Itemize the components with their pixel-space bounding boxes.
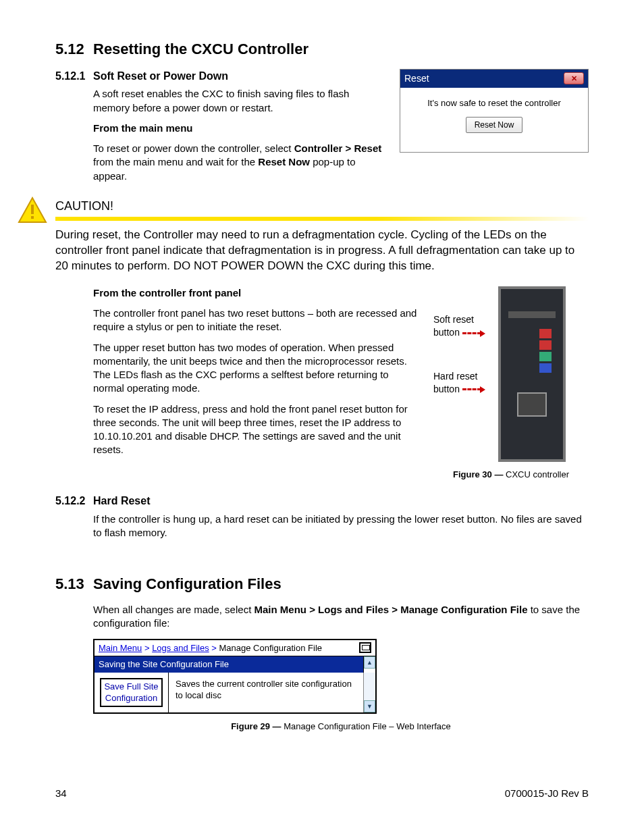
close-icon[interactable]: ✕ [564, 72, 584, 84]
subsection-heading-5121: 5.12.1Soft Reset or Power Down [55, 69, 386, 84]
run-in-heading: From the main menu [93, 122, 386, 135]
svg-rect-2 [31, 216, 34, 219]
body-text: To reset the IP address, press and hold … [93, 402, 421, 457]
page-number: 34 [55, 787, 67, 800]
arrow-icon [462, 388, 481, 390]
document-id: 0700015-J0 Rev B [505, 787, 589, 800]
breadcrumb-logs-files[interactable]: Logs and Files [152, 643, 209, 653]
dialog-titlebar: Reset ✕ [400, 70, 588, 88]
text: from the main menu and wait for the [93, 156, 258, 167]
body-text: A soft reset enables the CXC to finish s… [93, 87, 386, 115]
figure-title: Manage Configuration File – Web Interfac… [281, 721, 451, 731]
dialog-message: It's now safe to reset the controller [406, 97, 583, 109]
text: To reset or power down the controller, s… [93, 142, 294, 154]
caution-bar [55, 217, 589, 221]
controller-image [498, 286, 566, 462]
scroll-down-button[interactable]: ▼ [364, 700, 375, 712]
figure-number: Figure 30 — [453, 469, 503, 479]
section-heading-512: 5.12Resetting the CXCU Controller [55, 39, 589, 59]
caution-heading: CAUTION! [55, 198, 589, 214]
subsection-number: 5.12.1 [55, 69, 93, 84]
figure-title: CXCU controller [503, 469, 569, 479]
menu-path: Main Menu > Logs and Files > Manage Conf… [254, 604, 527, 615]
body-text: To reset or power down the controller, s… [93, 142, 386, 183]
callout-soft-reset: Soft reset button [433, 313, 491, 339]
body-text: The upper reset button has two modes of … [93, 341, 421, 396]
svg-rect-1 [31, 205, 34, 214]
figure-number: Figure 29 — [231, 721, 281, 731]
separator: > [142, 643, 152, 653]
keyboard-icon[interactable] [359, 642, 371, 653]
body-text: If the controller is hung up, a hard res… [93, 513, 589, 540]
subsection-title: Soft Reset or Power Down [93, 70, 228, 82]
callout-hard-reset: Hard reset button [433, 370, 491, 396]
subsection-number: 5.12.2 [55, 494, 93, 509]
arrow-icon [462, 332, 481, 334]
breadcrumb-main-menu[interactable]: Main Menu [99, 643, 142, 653]
body-text: When all changes are made, select Main M… [93, 603, 589, 631]
caution-block: CAUTION! During reset, the Controller ma… [18, 198, 589, 274]
subsection-title: Hard Reset [93, 495, 150, 506]
section-title: Resetting the CXCU Controller [93, 41, 308, 57]
scroll-up-button[interactable]: ▲ [364, 656, 375, 669]
separator: > [209, 643, 219, 653]
figure-30-caption: Figure 30 — CXCU controller [433, 469, 589, 481]
menu-path: Controller > Reset [294, 142, 382, 154]
section-number: 5.12 [55, 39, 93, 59]
section-bar: Saving the Site Configuration File [95, 656, 363, 673]
run-in-heading: From the controller front panel [93, 286, 421, 300]
section-number: 5.13 [55, 574, 93, 594]
caution-text: During reset, the Controller may need to… [55, 228, 589, 274]
subsection-heading-5122: 5.12.2Hard Reset [55, 494, 589, 509]
save-full-site-config-button[interactable]: Save Full Site Configuration [100, 678, 163, 707]
section-title: Saving Configuration Files [93, 575, 281, 592]
reset-now-button[interactable]: Reset Now [466, 117, 523, 133]
page-footer: 34 0700015-J0 Rev B [55, 787, 589, 800]
dialog-title: Reset [404, 72, 429, 85]
scrollbar-track[interactable] [364, 673, 375, 700]
breadcrumb-current: Manage Configuration File [219, 643, 322, 653]
section-heading-513: 5.13Saving Configuration Files [55, 574, 589, 594]
warning-icon [18, 197, 47, 224]
body-text: The controller front panel has two reset… [93, 307, 421, 334]
button-name: Reset Now [258, 156, 310, 167]
breadcrumb: Main Menu > Logs and Files > Manage Conf… [95, 640, 375, 657]
reset-dialog: Reset ✕ It's now safe to reset the contr… [400, 69, 589, 153]
text: When all changes are made, select [93, 604, 254, 615]
manage-config-window: Main Menu > Logs and Files > Manage Conf… [93, 639, 377, 714]
figure-29-caption: Figure 29 — Manage Configuration File – … [93, 721, 589, 733]
controller-figure: Soft reset button Hard reset button [433, 286, 589, 462]
button-description: Saves the current controller site config… [169, 673, 363, 712]
